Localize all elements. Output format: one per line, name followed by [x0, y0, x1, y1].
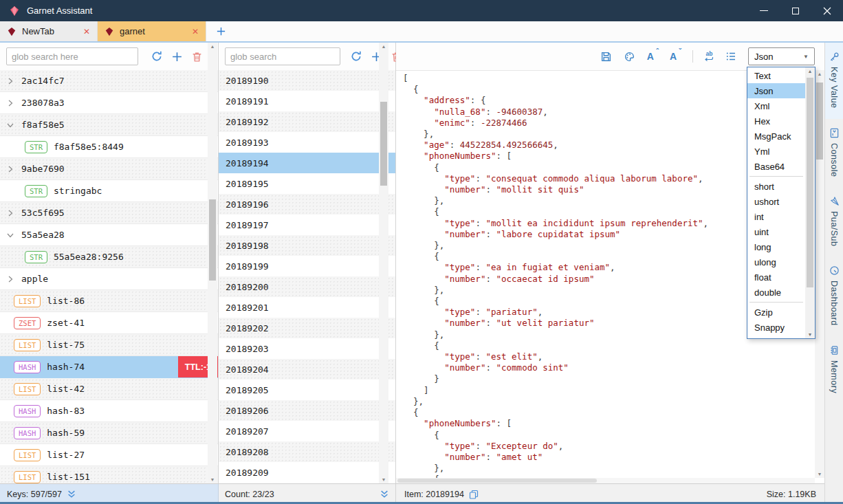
dropdown-scrollbar[interactable]: ▲ ▼	[805, 67, 815, 338]
scrollbar-thumb[interactable]	[816, 83, 823, 160]
editor-scrollbar[interactable]: ▲ ▼	[815, 70, 824, 478]
key-tree-item[interactable]: LISTlist-151	[0, 466, 218, 483]
field-list-item[interactable]: 20189202	[219, 318, 395, 338]
theme-button[interactable]	[624, 51, 635, 63]
field-list-item[interactable]: 20189209	[219, 462, 395, 483]
format-option-lz4[interactable]: LZ4	[747, 335, 805, 339]
field-list-item[interactable]: 20189201	[219, 297, 395, 318]
scrollbar-thumb[interactable]	[209, 199, 216, 281]
delete-keys-button[interactable]	[191, 51, 203, 63]
field-list-item[interactable]: 20189190	[219, 70, 395, 91]
format-option-xml[interactable]: Xml	[747, 98, 805, 113]
scroll-up-icon[interactable]: ▲	[379, 44, 388, 49]
field-list-item[interactable]: 20189203	[219, 338, 395, 359]
key-tree-item[interactable]: ZSETzset-41	[0, 312, 218, 334]
key-tree-group[interactable]: 2ac14fc7	[0, 70, 218, 92]
close-button[interactable]	[811, 0, 843, 21]
chevron-right-icon[interactable]	[7, 166, 15, 173]
scroll-up-icon[interactable]: ▲	[805, 69, 815, 74]
side-tab-pua-sub[interactable]: Pua/Sub	[825, 187, 843, 256]
scroll-up-icon[interactable]: ▲	[815, 72, 824, 76]
tab-newtab[interactable]: NewTab ✕	[0, 21, 98, 41]
chevron-right-icon[interactable]	[7, 78, 15, 85]
chevron-right-icon[interactable]	[7, 276, 15, 283]
key-tree-item[interactable]: LISTlist-75	[0, 334, 218, 356]
key-tree-item[interactable]: STRstringabc	[0, 180, 218, 202]
field-list-item[interactable]: 20189197	[219, 215, 395, 235]
key-tree-item[interactable]: STRf8af58e5:8449	[0, 136, 218, 158]
scroll-down-icon[interactable]: ▼	[805, 332, 815, 337]
format-option-gzip[interactable]: Gzip	[747, 305, 805, 320]
font-decrease-button[interactable]: Aˇ	[670, 52, 681, 61]
key-tree-group[interactable]: apple	[0, 268, 218, 290]
scroll-down-icon[interactable]: ▼	[815, 472, 824, 476]
field-list-item[interactable]: 20189198	[219, 235, 395, 256]
save-button[interactable]	[600, 51, 612, 63]
chevron-down-icon[interactable]	[7, 122, 15, 129]
format-option-hex[interactable]: Hex	[747, 113, 805, 129]
format-option-short[interactable]: short	[747, 179, 805, 194]
format-option-long[interactable]: long	[747, 239, 805, 254]
key-tree-item[interactable]: HASHhash-74TTL:-1	[0, 356, 218, 378]
key-tree-item[interactable]: LISTlist-86	[0, 290, 218, 312]
tab-garnet[interactable]: garnet ✕	[98, 21, 206, 41]
field-list-item[interactable]: 20189195	[219, 173, 395, 194]
field-list-item[interactable]: 20189199	[219, 256, 395, 276]
key-tree-group[interactable]: 53c5f695	[0, 202, 218, 224]
field-list-item[interactable]: 20189208	[219, 441, 395, 462]
scroll-down-icon[interactable]: ▼	[208, 477, 217, 482]
field-list-item[interactable]: 20189196	[219, 194, 395, 215]
copy-icon[interactable]	[469, 490, 479, 499]
side-tab-key-value[interactable]: Key Value	[825, 43, 843, 119]
side-tab-console[interactable]: Console	[825, 119, 843, 187]
key-tree-group[interactable]: 9abe7690	[0, 158, 218, 180]
key-tree-item[interactable]: HASHhash-83	[0, 400, 218, 422]
field-list-item[interactable]: 20189194	[219, 153, 395, 173]
field-list-item[interactable]: 20189192	[219, 111, 395, 132]
key-tree-item[interactable]: STR55a5ea28:9256	[0, 246, 218, 268]
format-option-float[interactable]: float	[747, 270, 805, 285]
key-tree-item[interactable]: HASHhash-59	[0, 422, 218, 444]
format-option-double[interactable]: double	[747, 285, 805, 300]
field-list-item[interactable]: 20189206	[219, 400, 395, 421]
key-tree-item[interactable]: LISTlist-42	[0, 378, 218, 400]
format-option-snappy[interactable]: Snappy	[747, 320, 805, 335]
field-list-item[interactable]: 20189205	[219, 380, 395, 400]
scroll-down-icon[interactable]: ▼	[379, 477, 388, 482]
field-list-item[interactable]: 20189204	[219, 359, 395, 380]
side-tab-dashboard[interactable]: Dashboard	[825, 256, 843, 336]
scrollbar-thumb[interactable]	[380, 102, 387, 186]
key-tree-group[interactable]: f8af58e5	[0, 114, 218, 136]
field-list-item[interactable]: 20189200	[219, 276, 395, 297]
format-select[interactable]: Json ▼	[748, 47, 815, 65]
format-option-ushort[interactable]: ushort	[747, 194, 805, 209]
tab-close-icon[interactable]: ✕	[83, 27, 90, 36]
minimize-button[interactable]	[748, 0, 780, 21]
field-list-item[interactable]: 20189193	[219, 132, 395, 153]
chevron-down-icon[interactable]	[7, 232, 15, 239]
outline-button[interactable]	[725, 51, 736, 62]
scrollbar-thumb[interactable]	[807, 78, 813, 287]
field-list-item[interactable]: 20189207	[219, 421, 395, 441]
format-option-json[interactable]: Json	[747, 83, 805, 98]
format-option-uint[interactable]: uint	[747, 224, 805, 239]
format-option-yml[interactable]: Yml	[747, 144, 805, 159]
field-list-item[interactable]: 20189191	[219, 91, 395, 111]
maximize-button[interactable]	[780, 0, 811, 21]
format-option-int[interactable]: int	[747, 209, 805, 224]
chevron-right-icon[interactable]	[7, 210, 15, 217]
tab-close-icon[interactable]: ✕	[192, 27, 199, 36]
refresh-keys-button[interactable]	[151, 50, 163, 63]
new-tab-button[interactable]	[206, 21, 235, 41]
field-search-input[interactable]	[225, 47, 340, 65]
double-chevron-down-icon[interactable]	[380, 490, 389, 498]
scroll-up-icon[interactable]: ▲	[208, 44, 217, 49]
scrollbar-thumb[interactable]	[397, 479, 597, 483]
add-key-button[interactable]	[171, 51, 183, 63]
side-tab-memory[interactable]: Memory	[825, 336, 843, 404]
key-tree-group[interactable]: 55a5ea28	[0, 224, 218, 246]
format-option-base64[interactable]: Base64	[747, 159, 805, 174]
key-search-input[interactable]	[6, 47, 138, 65]
format-option-ulong[interactable]: ulong	[747, 254, 805, 270]
word-wrap-button[interactable]: ab	[705, 51, 714, 63]
